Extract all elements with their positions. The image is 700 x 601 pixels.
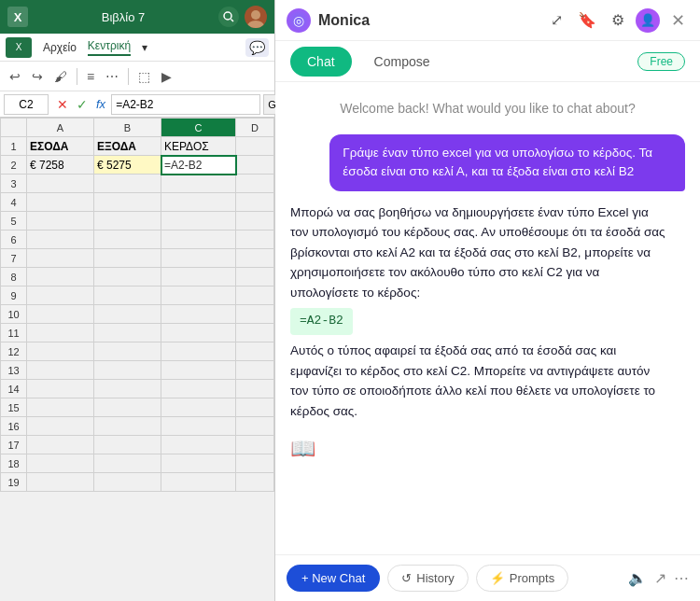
formula-input[interactable] xyxy=(111,94,260,115)
welcome-message: Welcome back! What would you like to cha… xyxy=(290,97,685,123)
bottom-right-icons: 🔈 ↗ ⋯ xyxy=(628,569,689,587)
cell-c2[interactable]: =A2-B2 xyxy=(161,156,236,175)
row-header-2[interactable]: 2 xyxy=(1,156,27,175)
table-row: 18 xyxy=(1,454,274,473)
excel-app-icon: X xyxy=(6,37,32,58)
table-row: 19 xyxy=(1,473,274,492)
table-row: 3 xyxy=(1,175,274,193)
row-col-header xyxy=(1,119,27,137)
cell-b3[interactable] xyxy=(94,175,161,193)
menu-item-file[interactable]: Αρχείο xyxy=(43,41,77,54)
settings-icon-button[interactable]: ⚙ xyxy=(608,7,628,33)
cell-a1[interactable]: ΕΣΟΔΑ xyxy=(27,137,94,156)
ai-response-text-2: Αυτός ο τύπος αφαιρεί τα έξοδά σας από τ… xyxy=(290,343,655,418)
profile-icon-button[interactable]: 👤 xyxy=(636,8,660,33)
search-icon xyxy=(223,11,234,22)
monica-pane: ◎ Monica ⤢ 🔖 ⚙ 👤 ✕ Chat Compose Free Wel… xyxy=(275,0,700,601)
menu-item-more[interactable]: ▾ xyxy=(142,41,147,54)
spreadsheet-container: A B C D 1 ΕΣΟΔΑ ΕΞΟΔΑ ΚΕΡΔΟΣ 2 € 7258 € xyxy=(0,118,274,601)
excel-menu-bar: X Αρχείο Κεντρική ▾ 💬 xyxy=(0,34,274,62)
excel-search-button[interactable] xyxy=(218,7,239,27)
monica-title-bar: ◎ Monica ⤢ 🔖 ⚙ 👤 ✕ xyxy=(275,0,700,41)
chat-icon-btn[interactable]: 💬 xyxy=(245,38,269,57)
excel-title-bar: X Βιβλίο 7 xyxy=(0,0,274,34)
tab-chat[interactable]: Chat xyxy=(290,47,352,77)
confirm-formula-button[interactable]: ✓ xyxy=(74,97,91,112)
code-snippet: =A2-B2 xyxy=(290,308,353,335)
table-row: 1 ΕΣΟΔΑ ΕΞΟΔΑ ΚΕΡΔΟΣ xyxy=(1,137,274,156)
menu-item-home[interactable]: Κεντρική xyxy=(88,39,131,56)
cell-b2[interactable]: € 5275 xyxy=(94,156,161,175)
table-row: 16 xyxy=(1,417,274,436)
table-row: 15 xyxy=(1,398,274,417)
col-header-c[interactable]: C xyxy=(161,119,236,137)
more-options-button[interactable]: ⋯ xyxy=(674,569,689,587)
cell-d2[interactable] xyxy=(236,156,274,175)
table-row: 7 xyxy=(1,249,274,268)
align-button[interactable]: ≡ xyxy=(83,67,98,86)
monica-logo: ◎ xyxy=(287,8,311,33)
table-row: 2 € 7258 € 5275 =A2-B2 xyxy=(1,156,274,175)
cell-a3[interactable] xyxy=(27,175,94,193)
table-row: 11 xyxy=(1,324,274,342)
volume-icon-button[interactable]: 🔈 xyxy=(628,569,647,587)
spreadsheet: A B C D 1 ΕΣΟΔΑ ΕΞΟΔΑ ΚΕΡΔΟΣ 2 € 7258 € xyxy=(0,118,274,492)
monica-bottom-bar: + New Chat ↺ History ⚡ Prompts 🔈 ↗ ⋯ xyxy=(275,554,700,601)
more-button[interactable]: ⋯ xyxy=(102,67,122,86)
expand-button[interactable]: ▶ xyxy=(158,67,175,86)
ai-response-bubble-1: Μπορώ να σας βοηθήσω να δημιουργήσετε έν… xyxy=(290,203,665,422)
prompts-button[interactable]: ⚡ Prompts xyxy=(476,565,568,592)
svg-point-0 xyxy=(224,12,231,20)
cell-a2[interactable]: € 7258 xyxy=(27,156,94,175)
table-row: 9 xyxy=(1,287,274,305)
excel-toolbar: ↩ ↪ 🖌 ≡ ⋯ ⬚ ▶ xyxy=(0,62,274,91)
row-header-3[interactable]: 3 xyxy=(1,175,27,193)
close-icon-button[interactable]: ✕ xyxy=(667,7,689,35)
cell-d3[interactable] xyxy=(236,175,274,193)
user-message-bubble: Γράψε έναν τύπο excel για να υπολογίσω τ… xyxy=(329,134,685,191)
book-emoji-icon: 📖 xyxy=(290,437,685,461)
prompts-icon: ⚡ xyxy=(490,571,505,585)
cell-b1[interactable]: ΕΞΟΔΑ xyxy=(94,137,161,156)
row-header-1[interactable]: 1 xyxy=(1,137,27,156)
history-icon: ↺ xyxy=(401,571,412,585)
table-row: 12 xyxy=(1,342,274,361)
undo-button[interactable]: ↩ xyxy=(6,67,24,86)
col-header-d[interactable]: D xyxy=(236,119,274,137)
new-chat-button[interactable]: + New Chat xyxy=(287,565,380,592)
formula-bar: ✕ ✓ fx General xyxy=(0,91,274,118)
ai-response-text-1: Μπορώ να σας βοηθήσω να δημιουργήσετε έν… xyxy=(290,205,665,300)
table-row: 14 xyxy=(1,380,274,398)
border-button[interactable]: ⬚ xyxy=(134,67,154,86)
prompts-label: Prompts xyxy=(510,571,554,585)
excel-pane: X Βιβλίο 7 X Αρχείο Κεντρική ▾ 💬 ↩ ↪ 🖌 xyxy=(0,0,275,601)
col-header-b[interactable]: B xyxy=(94,119,161,137)
col-header-a[interactable]: A xyxy=(27,119,94,137)
svg-line-1 xyxy=(231,20,234,22)
redo-button[interactable]: ↪ xyxy=(28,67,47,86)
cell-c3[interactable] xyxy=(161,175,236,193)
avatar-image xyxy=(245,6,267,28)
tab-compose[interactable]: Compose xyxy=(359,49,445,75)
cell-d1[interactable] xyxy=(236,137,274,156)
cell-c1[interactable]: ΚΕΡΔΟΣ xyxy=(161,137,236,156)
table-row: 13 xyxy=(1,361,274,380)
user-avatar xyxy=(245,6,267,28)
share-icon-button[interactable]: ↗ xyxy=(654,569,666,587)
paint-format-button[interactable]: 🖌 xyxy=(50,67,71,86)
bookmark-icon-button[interactable]: 🔖 xyxy=(574,7,600,33)
history-button[interactable]: ↺ History xyxy=(387,565,468,592)
svg-point-3 xyxy=(247,21,264,28)
history-label: History xyxy=(416,571,454,585)
cancel-formula-button[interactable]: ✕ xyxy=(54,97,71,112)
toolbar-separator-2 xyxy=(128,68,129,85)
expand-icon-button[interactable]: ⤢ xyxy=(547,7,567,33)
free-badge: Free xyxy=(637,52,685,71)
insert-function-button[interactable]: fx xyxy=(93,97,108,111)
table-row: 6 xyxy=(1,231,274,249)
table-row: 5 xyxy=(1,212,274,231)
table-row: 8 xyxy=(1,268,274,287)
svg-point-2 xyxy=(251,10,260,20)
toolbar-separator-1 xyxy=(77,68,77,85)
cell-reference-input[interactable] xyxy=(4,94,49,115)
